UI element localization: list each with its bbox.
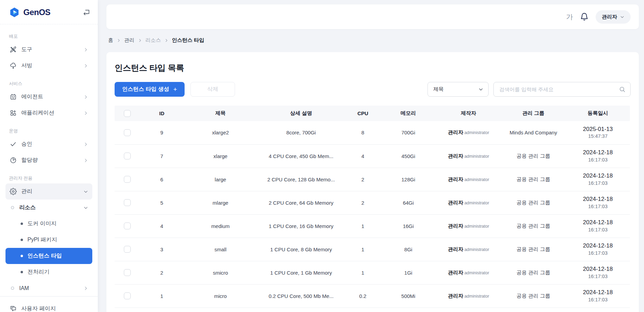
registered-date: 2024-12-18 bbox=[566, 289, 630, 297]
sidebar-item-label: 인스턴스 타입 bbox=[27, 252, 62, 260]
notification-bell-icon[interactable] bbox=[580, 12, 589, 21]
collapse-sidebar-icon[interactable] bbox=[83, 9, 90, 16]
cell-title: smicro bbox=[184, 261, 257, 284]
brand-logo[interactable]: GenOS bbox=[9, 7, 50, 18]
chevron-right-icon bbox=[83, 158, 88, 163]
sidebar-item-label: PyPI 패키지 bbox=[27, 236, 57, 243]
cell-title: small bbox=[184, 238, 257, 261]
cell-cpu: 1 bbox=[345, 214, 380, 238]
table-body: 9 xlarge2 8core, 700Gi 8 700Gi 관리자admini… bbox=[115, 121, 630, 308]
chevron-right-icon bbox=[117, 38, 121, 43]
sidebar-item-quota[interactable]: 할당량 bbox=[5, 152, 92, 168]
sidebar-item-agent[interactable]: 에이전트 bbox=[5, 89, 92, 105]
creator-username: administrator bbox=[464, 247, 489, 252]
font-size-button[interactable]: 가 bbox=[566, 12, 573, 22]
table-row[interactable]: 4 medium 1 CPU Core, 16 Gb Memory 1 16Gi… bbox=[115, 214, 630, 238]
row-checkbox[interactable] bbox=[124, 129, 131, 136]
row-checkbox-cell bbox=[115, 238, 140, 261]
registered-date: 2024-12-18 bbox=[566, 242, 630, 250]
registered-date: 2024-12-18 bbox=[566, 265, 630, 273]
table-row[interactable]: 9 xlarge2 8core, 700Gi 8 700Gi 관리자admini… bbox=[115, 121, 630, 144]
sidebar-item-iam[interactable]: IAM bbox=[5, 280, 92, 296]
sidebar-item-docker-image[interactable]: 도커 이미지 bbox=[5, 216, 92, 232]
cell-group: 공용 관리 그룹 bbox=[501, 238, 566, 261]
cell-title: large bbox=[184, 168, 257, 191]
cell-memory: 16Gi bbox=[380, 214, 436, 238]
row-checkbox[interactable] bbox=[124, 269, 131, 276]
breadcrumb-home[interactable]: 홈 bbox=[108, 37, 113, 44]
page-title: 인스턴스 타입 목록 bbox=[115, 62, 631, 73]
cell-creator: 관리자administrator bbox=[436, 261, 501, 284]
registered-time: 16:17:03 bbox=[566, 180, 630, 187]
cell-registered-at: 2024-12-18 16:17:03 bbox=[566, 238, 630, 261]
cell-creator: 관리자administrator bbox=[436, 284, 501, 308]
sidebar-item-user-page[interactable]: 사용자 페이지 bbox=[5, 301, 92, 312]
select-all-checkbox[interactable] bbox=[124, 110, 131, 117]
cell-group: 공용 관리 그룹 bbox=[501, 144, 566, 168]
chevron-right-icon bbox=[83, 111, 88, 116]
search-field-select[interactable]: 제목 bbox=[428, 82, 489, 97]
breadcrumb: 홈 관리 리소스 인스턴스 타입 bbox=[108, 37, 204, 44]
filter-selected-label: 제목 bbox=[433, 86, 444, 93]
sidebar-item-tools[interactable]: 도구 bbox=[5, 41, 92, 58]
registered-time: 16:17:03 bbox=[566, 203, 630, 210]
header-cpu: CPU bbox=[345, 106, 380, 121]
table-row[interactable]: 1 micro 0.2 CPU Core, 500 Mb Me... 0.2 5… bbox=[115, 284, 630, 308]
cell-cpu: 4 bbox=[345, 144, 380, 168]
sidebar-item-label: 에이전트 bbox=[21, 93, 43, 100]
registered-time: 16:17:03 bbox=[566, 250, 630, 257]
search-input[interactable] bbox=[499, 86, 619, 92]
bullet-icon bbox=[21, 239, 23, 241]
row-checkbox[interactable] bbox=[124, 153, 131, 159]
cell-cpu: 1 bbox=[345, 238, 380, 261]
row-checkbox[interactable] bbox=[124, 176, 131, 183]
row-checkbox[interactable] bbox=[124, 246, 131, 253]
breadcrumb-resource[interactable]: 리소스 bbox=[145, 37, 161, 44]
sidebar-item-instance-type[interactable]: 인스턴스 타입 bbox=[5, 248, 92, 264]
header-group: 관리 그룹 bbox=[501, 106, 566, 121]
plus-icon: + bbox=[173, 86, 177, 93]
sidebar-item-preprocessor[interactable]: 전처리기 bbox=[5, 264, 92, 280]
creator-username: administrator bbox=[464, 201, 489, 205]
row-checkbox[interactable] bbox=[124, 199, 131, 206]
row-checkbox[interactable] bbox=[124, 292, 131, 299]
cell-registered-at: 2024-12-18 16:17:03 bbox=[566, 261, 630, 284]
breadcrumb-instance-type: 인스턴스 타입 bbox=[172, 37, 204, 44]
sidebar-item-application[interactable]: 애플리케이션 bbox=[5, 105, 92, 121]
cell-group: 공용 관리 그룹 bbox=[501, 261, 566, 284]
cell-id: 4 bbox=[140, 214, 184, 238]
row-checkbox[interactable] bbox=[124, 223, 131, 229]
creator-username: administrator bbox=[464, 130, 489, 135]
creator-name: 관리자 bbox=[448, 176, 463, 182]
sidebar-item-approval[interactable]: 승인 bbox=[5, 136, 92, 152]
chevron-down-icon bbox=[83, 205, 88, 210]
user-menu[interactable]: 관리자 bbox=[596, 10, 631, 24]
creator-username: administrator bbox=[464, 154, 489, 159]
cell-memory: 128Gi bbox=[380, 168, 436, 191]
gear-icon bbox=[10, 188, 17, 195]
row-checkbox-cell bbox=[115, 214, 140, 238]
sidebar-item-label: 애플리케이션 bbox=[21, 109, 54, 117]
sidebar-item-resource[interactable]: 리소스 bbox=[5, 200, 92, 216]
table-row[interactable]: 3 small 1 CPU Core, 8 Gb Memory 1 8Gi 관리… bbox=[115, 238, 630, 261]
sidebar-nav: 배포 도구 서빙 서비스 에이전트 bbox=[0, 24, 98, 296]
create-instance-type-button[interactable]: 인스턴스 타입 생성 + bbox=[115, 82, 185, 97]
sidebar-item-pypi-package[interactable]: PyPI 패키지 bbox=[5, 232, 92, 248]
check-icon bbox=[10, 141, 17, 148]
search-icon[interactable] bbox=[619, 86, 625, 93]
table-row[interactable]: 7 xlarge 4 CPU Core, 450 Gb Mem... 4 450… bbox=[115, 144, 630, 168]
table-header: ID 제목 상세 설명 CPU 메모리 제작자 관리 그룹 등록일시 bbox=[115, 106, 630, 121]
sidebar-item-label: 할당량 bbox=[21, 157, 38, 164]
cell-title: micro bbox=[184, 284, 257, 308]
sidebar-item-serving[interactable]: 서빙 bbox=[5, 58, 92, 74]
cell-memory: 64Gi bbox=[380, 191, 436, 214]
cell-title: mlarge bbox=[184, 191, 257, 214]
breadcrumb-admin[interactable]: 관리 bbox=[124, 37, 134, 44]
table-row[interactable]: 5 mlarge 2 CPU Core, 64 Gb Memory 2 64Gi… bbox=[115, 191, 630, 214]
delete-button[interactable]: 삭제 bbox=[190, 82, 235, 97]
ring-icon bbox=[11, 206, 14, 209]
table-row[interactable]: 6 large 2 CPU Core, 128 Gb Memo... 2 128… bbox=[115, 168, 630, 191]
tools-icon bbox=[10, 46, 17, 53]
table-row[interactable]: 2 smicro 1 CPU Core, 1 Gb Memory 1 1Gi 관… bbox=[115, 261, 630, 284]
sidebar-item-admin[interactable]: 관리 bbox=[5, 183, 92, 200]
